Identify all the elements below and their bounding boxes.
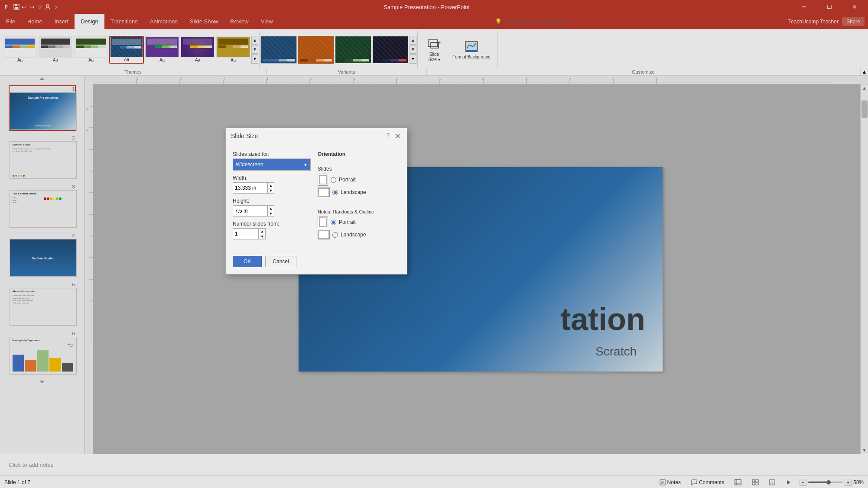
notes-landscape-label: Landscape [341, 232, 366, 238]
dialog-close-button[interactable]: ✕ [393, 132, 402, 140]
height-group: Height: ▲ ▼ [233, 198, 311, 217]
slides-orientation-group: Slides Portrait [318, 166, 400, 199]
notes-portrait-radio[interactable] [331, 220, 336, 225]
svg-rect-84 [319, 231, 329, 239]
height-label: Height: [233, 198, 311, 204]
width-spin-up[interactable]: ▲ [267, 182, 274, 188]
dropdown-value: Widescreen [236, 162, 263, 168]
width-input[interactable] [233, 182, 267, 194]
ok-button[interactable]: OK [233, 256, 262, 267]
number-slides-group: Number slides from: ▲ ▼ [233, 221, 311, 239]
slides-sized-for-label: Slides sized for: [233, 151, 311, 157]
number-spin-up[interactable]: ▲ [259, 228, 266, 234]
height-input-group: ▲ ▼ [233, 205, 311, 217]
number-slides-label: Number slides from: [233, 221, 311, 227]
cancel-button[interactable]: Cancel [265, 256, 296, 267]
dialog-titlebar: Slide Size ? ✕ [226, 128, 407, 144]
notes-portrait-label: Portrait [339, 219, 356, 225]
width-spinner: ▲ ▼ [267, 182, 274, 194]
width-input-group: ▲ ▼ [233, 182, 311, 194]
number-input-group: ▲ ▼ [233, 228, 311, 239]
width-group: Width: ▲ ▼ [233, 175, 311, 194]
dialog-title-buttons: ? ✕ [386, 132, 402, 140]
slide-size-dialog: Slide Size ? ✕ Slides sized for: Widescr… [225, 128, 407, 275]
slides-portrait-label: Portrait [339, 177, 356, 183]
slides-portrait-icon [318, 174, 328, 186]
notes-portrait-option[interactable]: Portrait [318, 216, 400, 228]
dialog-title: Slide Size [231, 133, 258, 139]
slides-portrait-radio[interactable] [331, 177, 336, 183]
dropdown-arrow: ▼ [303, 162, 308, 167]
svg-rect-81 [319, 175, 326, 184]
height-spinner: ▲ ▼ [267, 205, 274, 217]
height-spin-down[interactable]: ▼ [267, 211, 274, 217]
slides-sized-for-group: Slides sized for: Widescreen ▼ [233, 151, 311, 171]
notes-portrait-icon [318, 216, 328, 228]
svg-rect-82 [319, 188, 329, 196]
height-spin-up[interactable]: ▲ [267, 205, 274, 211]
slides-landscape-label: Landscape [341, 189, 366, 195]
number-spin-down[interactable]: ▼ [259, 234, 266, 239]
dialog-left: Slides sized for: Widescreen ▼ Width: ▲ … [233, 151, 311, 246]
svg-rect-83 [319, 218, 326, 226]
dialog-right: Orientation Slides Portrait [318, 151, 400, 246]
number-input[interactable] [233, 228, 259, 239]
notes-landscape-icon [318, 230, 330, 239]
dialog-footer: OK Cancel [226, 252, 407, 274]
dialog-help-button[interactable]: ? [386, 132, 390, 140]
dialog-body: Slides sized for: Widescreen ▼ Width: ▲ … [226, 144, 407, 252]
slides-sized-for-dropdown[interactable]: Widescreen ▼ [233, 158, 311, 171]
width-spin-down[interactable]: ▼ [267, 188, 274, 194]
width-label: Width: [233, 175, 311, 181]
height-input[interactable] [233, 205, 267, 217]
slides-group-title: Slides [318, 166, 400, 172]
slides-portrait-option[interactable]: Portrait [318, 174, 400, 186]
notes-group-title: Notes, Handouts & Outline [318, 209, 400, 214]
dialog-overlay: Slide Size ? ✕ Slides sized for: Widescr… [0, 0, 868, 488]
notes-landscape-radio[interactable] [332, 232, 338, 238]
slides-landscape-icon [318, 187, 330, 197]
slides-landscape-radio[interactable] [332, 190, 338, 195]
notes-landscape-option[interactable]: Landscape [318, 230, 400, 239]
notes-orientation-group: Notes, Handouts & Outline Portrait [318, 209, 400, 241]
number-spinner: ▲ ▼ [259, 228, 266, 239]
orientation-title: Orientation [318, 151, 400, 157]
slides-landscape-option[interactable]: Landscape [318, 187, 400, 197]
